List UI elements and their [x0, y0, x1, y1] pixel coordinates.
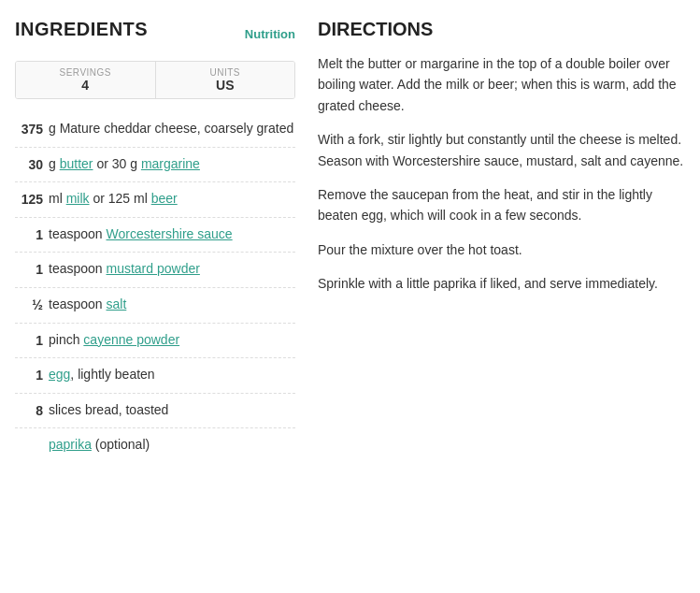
ingredient-qty: 30 — [15, 155, 49, 175]
ingredient-qty: 125 — [15, 190, 49, 210]
ingredient-row: 375 g Mature cheddar cheese, coarsely gr… — [15, 112, 295, 148]
ingredient-desc: teaspoon salt — [49, 296, 295, 314]
ingredient-link[interactable]: beer — [151, 191, 178, 206]
ingredient-desc: slices bread, toasted — [49, 401, 295, 420]
ingredient-qty: 375 — [15, 120, 49, 139]
servings-label: SERVINGS — [23, 67, 148, 78]
directions-title: DIRECTIONS — [318, 19, 685, 40]
ingredient-qty: 1 — [15, 260, 49, 280]
servings-tab[interactable]: SERVINGS 4 — [16, 62, 156, 98]
ingredient-desc: g Mature cheddar cheese, coarsely grated — [49, 120, 295, 138]
ingredient-qty: 1 — [15, 331, 49, 351]
ingredient-link[interactable]: mustard powder — [107, 261, 200, 276]
ingredient-row: 125 ml milk or 125 ml beer — [15, 182, 295, 218]
ingredient-qty: 1 — [15, 225, 49, 245]
ingredient-link[interactable]: egg — [49, 367, 70, 382]
ingredient-desc: paprika (optional) — [49, 436, 295, 455]
direction-paragraph: Remove the saucepan from the heat, and s… — [318, 184, 685, 226]
ingredient-row: 1 teaspoon mustard powder — [15, 253, 295, 288]
directions-panel: DIRECTIONS Melt the butter or margarine … — [318, 19, 685, 462]
ingredient-row: 1 egg, lightly beaten — [15, 358, 295, 394]
ingredient-row: 8 slices bread, toasted — [15, 394, 295, 429]
units-value: US — [216, 78, 234, 93]
ingredient-desc: ml milk or 125 ml beer — [49, 190, 295, 209]
ingredient-row: 1 pinch cayenne powder — [15, 324, 295, 359]
units-tab[interactable]: UNITS US — [156, 62, 295, 98]
nutrition-link[interactable]: Nutrition — [245, 27, 295, 41]
ingredient-qty: 1 — [15, 366, 49, 385]
servings-units-bar: SERVINGS 4 UNITS US — [15, 61, 295, 99]
ingredient-link[interactable]: Worcestershire sauce — [107, 226, 233, 241]
ingredient-row: ½ teaspoon salt — [15, 288, 295, 324]
ingredients-title: INGREDIENTS — [15, 19, 148, 40]
ingredient-link[interactable]: milk — [66, 191, 90, 206]
direction-paragraph: Sprinkle with a little paprika if liked,… — [318, 273, 685, 294]
ingredient-desc: teaspoon Worcestershire sauce — [49, 225, 295, 244]
ingredients-panel: INGREDIENTS Nutrition SERVINGS 4 UNITS U… — [15, 19, 295, 462]
ingredient-desc: g butter or 30 g margarine — [49, 155, 295, 174]
ingredient-link[interactable]: cayenne powder — [83, 332, 179, 347]
servings-value: 4 — [81, 78, 89, 93]
ingredient-qty: ½ — [15, 296, 49, 315]
direction-paragraph: Melt the butter or margarine in the top … — [318, 53, 685, 116]
ingredient-link[interactable]: margarine — [141, 156, 200, 171]
ingredient-desc: teaspoon mustard powder — [49, 260, 295, 279]
ingredient-desc: pinch cayenne powder — [49, 331, 295, 350]
direction-paragraph: Pour the mixture over the hot toast. — [318, 239, 685, 260]
direction-paragraph: With a fork, stir lightly but constantly… — [318, 129, 685, 171]
ingredient-qty — [15, 436, 49, 437]
ingredient-qty: 8 — [15, 401, 49, 421]
ingredient-link[interactable]: salt — [107, 296, 127, 311]
page-container: INGREDIENTS Nutrition SERVINGS 4 UNITS U… — [0, 0, 700, 481]
ingredient-row: 30 g butter or 30 g margarine — [15, 148, 295, 183]
ingredients-header: INGREDIENTS Nutrition — [15, 19, 295, 50]
units-label: UNITS — [164, 67, 288, 78]
ingredient-row: paprika (optional) — [15, 428, 295, 462]
ingredient-link[interactable]: butter — [60, 156, 93, 171]
ingredient-link[interactable]: paprika — [49, 437, 92, 452]
ingredient-desc: egg, lightly beaten — [49, 366, 295, 384]
ingredient-row: 1 teaspoon Worcestershire sauce — [15, 218, 295, 253]
